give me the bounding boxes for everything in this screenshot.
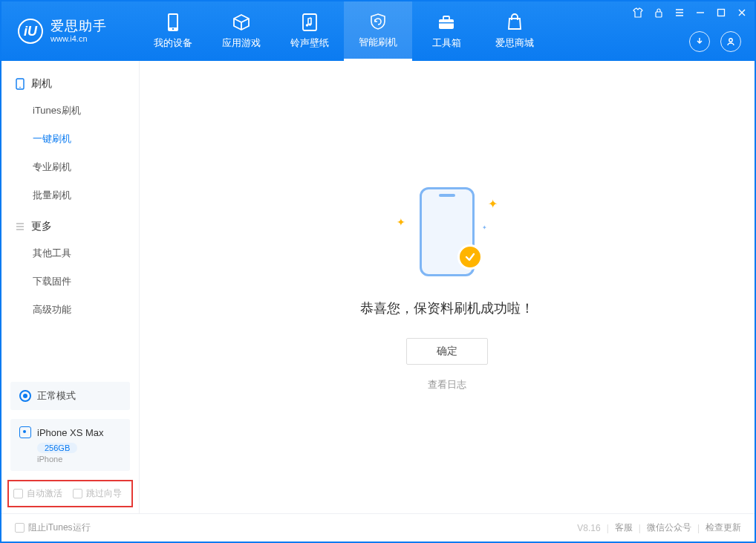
shirt-icon[interactable] <box>631 6 645 19</box>
device-icon <box>15 79 25 89</box>
list-icon <box>15 221 25 232</box>
options-row: 自动激活 跳过向导 <box>7 480 133 507</box>
mode-label: 正常模式 <box>37 389 76 403</box>
wechat-link[interactable]: 微信公众号 <box>647 521 691 534</box>
maximize-button[interactable] <box>714 6 728 19</box>
svg-rect-6 <box>439 19 454 29</box>
svg-point-4 <box>306 24 309 27</box>
svg-rect-8 <box>439 22 454 24</box>
tab-label: 工具箱 <box>432 36 461 50</box>
svg-point-5 <box>309 23 312 26</box>
block-itunes-checkbox[interactable]: 阻止iTunes运行 <box>15 521 91 534</box>
tab-label: 铃声壁纸 <box>290 36 329 50</box>
view-log-link[interactable]: 查看日志 <box>428 378 466 391</box>
sidebar-item-advanced[interactable]: 高级功能 <box>1 296 139 324</box>
svg-rect-10 <box>718 10 725 16</box>
customer-service-link[interactable]: 客服 <box>615 521 633 534</box>
tab-label: 智能刷机 <box>359 36 397 49</box>
sidebar-item-oneclick-flash[interactable]: 一键刷机 <box>1 125 139 153</box>
music-icon <box>300 13 319 32</box>
tab-apps[interactable]: 应用游戏 <box>207 1 276 61</box>
user-button[interactable] <box>720 31 741 52</box>
svg-rect-7 <box>443 16 449 20</box>
sidebar-section-title: 刷机 <box>31 77 52 91</box>
statusbar: 阻止iTunes运行 V8.16 | 客服 | 微信公众号 | 检查更新 <box>1 513 755 542</box>
device-name: iPhone XS Max <box>37 427 104 438</box>
svg-rect-9 <box>656 12 662 17</box>
checkbox-label: 自动激活 <box>27 487 62 500</box>
tab-store[interactable]: 爱思商城 <box>480 1 549 61</box>
app-subtitle: www.i4.cn <box>50 34 107 43</box>
sidebar-item-download-firmware[interactable]: 下载固件 <box>1 267 139 296</box>
svg-point-13 <box>19 87 21 88</box>
bag-icon <box>505 13 524 32</box>
auto-activate-checkbox[interactable]: 自动激活 <box>13 487 62 500</box>
window-controls <box>631 6 749 19</box>
checkbox-icon <box>73 489 82 498</box>
refresh-shield-icon <box>368 12 388 31</box>
sidebar-section-title: 更多 <box>31 220 52 233</box>
tab-toolbox[interactable]: 工具箱 <box>412 1 480 61</box>
download-button[interactable] <box>689 31 710 52</box>
checkbox-label: 阻止iTunes运行 <box>28 521 91 534</box>
sparkle-icon: ✦ <box>482 224 487 231</box>
version-label: V8.16 <box>577 523 600 533</box>
skip-guide-checkbox[interactable]: 跳过向导 <box>73 487 122 500</box>
device-type: iPhone <box>37 455 121 464</box>
device-small-icon <box>19 426 31 438</box>
tab-flash[interactable]: 智能刷机 <box>344 1 412 61</box>
main-content: ✦ ✦ ✦ 恭喜您，保资料刷机成功啦！ 确定 查看日志 <box>140 61 755 513</box>
mode-indicator: 正常模式 <box>10 382 130 410</box>
logo-area: iU 爱思助手 www.i4.cn <box>1 1 139 61</box>
sparkle-icon: ✦ <box>397 216 405 228</box>
check-badge-icon <box>457 244 483 270</box>
titlebar: iU 爱思助手 www.i4.cn 我的设备 应用游戏 铃声壁纸 智能刷机 工具… <box>1 1 755 61</box>
sidebar-item-other-tools[interactable]: 其他工具 <box>1 239 139 267</box>
tab-label: 应用游戏 <box>222 36 261 50</box>
menu-icon[interactable] <box>673 6 686 19</box>
success-message: 恭喜您，保资料刷机成功啦！ <box>360 299 534 317</box>
success-illustration: ✦ ✦ ✦ <box>380 183 514 280</box>
svg-point-2 <box>172 28 174 30</box>
tab-label: 我的设备 <box>154 36 192 50</box>
checkbox-icon <box>15 523 25 533</box>
sidebar-item-batch-flash[interactable]: 批量刷机 <box>1 181 139 209</box>
sidebar-header-more: 更多 <box>1 214 139 239</box>
storage-badge: 256GB <box>37 443 77 453</box>
checkbox-label: 跳过向导 <box>86 487 122 500</box>
minimize-button[interactable] <box>694 6 707 19</box>
sidebar-header-flash: 刷机 <box>1 71 139 97</box>
svg-point-11 <box>729 39 732 42</box>
sidebar: 刷机 iTunes刷机 一键刷机 专业刷机 批量刷机 更多 其他工具 下载固件 … <box>1 61 140 513</box>
tab-label: 爱思商城 <box>495 36 534 50</box>
tab-my-device[interactable]: 我的设备 <box>139 1 207 61</box>
lock-icon[interactable] <box>652 6 665 19</box>
sparkle-icon: ✦ <box>488 197 498 211</box>
app-logo-icon: iU <box>18 19 43 44</box>
phone-icon <box>163 13 183 32</box>
device-info[interactable]: iPhone XS Max 256GB iPhone <box>10 419 130 471</box>
close-button[interactable] <box>735 6 749 19</box>
sidebar-item-itunes-flash[interactable]: iTunes刷机 <box>1 97 139 125</box>
sidebar-item-pro-flash[interactable]: 专业刷机 <box>1 153 139 181</box>
cube-icon <box>232 13 251 32</box>
mode-dot-icon <box>19 390 31 402</box>
ok-button[interactable]: 确定 <box>406 338 488 365</box>
svg-rect-3 <box>303 14 316 30</box>
tab-ringtones[interactable]: 铃声壁纸 <box>276 1 344 61</box>
toolbox-icon <box>437 13 456 32</box>
checkbox-icon <box>13 489 23 498</box>
check-update-link[interactable]: 检查更新 <box>706 521 741 534</box>
app-title: 爱思助手 <box>50 19 107 34</box>
svg-rect-1 <box>169 15 177 27</box>
